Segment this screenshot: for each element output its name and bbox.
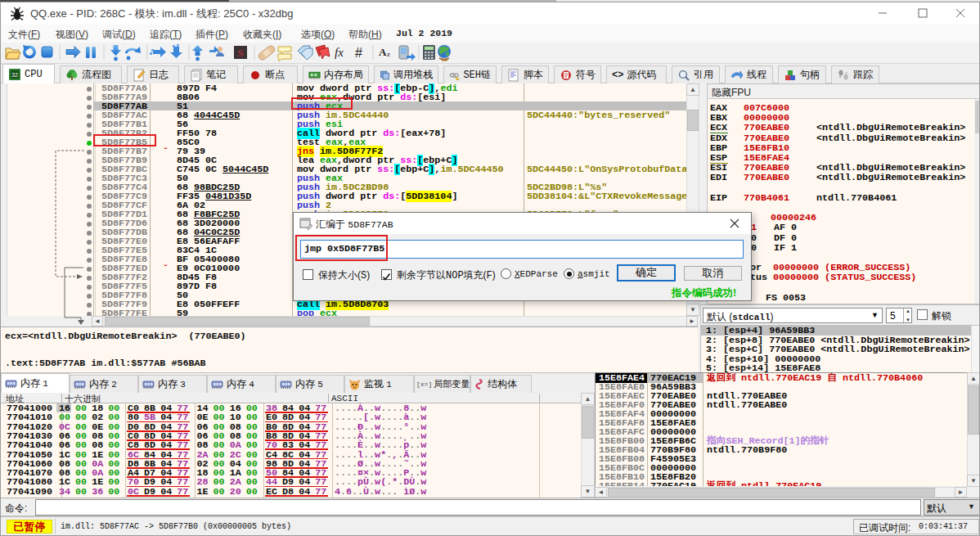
svg-text:32: 32 [11, 72, 18, 78]
svg-text:z: z [387, 50, 390, 58]
svg-text:A: A [379, 46, 387, 58]
svg-text:S: S [237, 47, 243, 59]
svg-text:#: # [355, 46, 362, 60]
svg-text:fx: fx [335, 46, 344, 59]
